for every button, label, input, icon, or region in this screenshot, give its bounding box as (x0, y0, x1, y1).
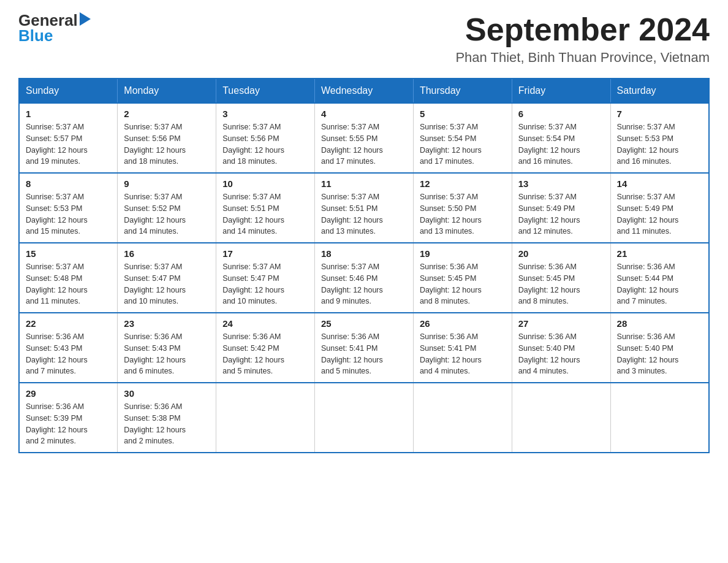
day-number: 30 (124, 388, 210, 399)
day-number: 29 (26, 388, 111, 399)
day-info: Sunrise: 5:36 AMSunset: 5:40 PMDaylight:… (518, 331, 604, 377)
day-info: Sunrise: 5:37 AMSunset: 5:57 PMDaylight:… (26, 121, 111, 167)
calendar-cell: 12Sunrise: 5:37 AMSunset: 5:50 PMDayligh… (413, 173, 512, 243)
calendar-cell (413, 383, 512, 453)
calendar-week-row: 8Sunrise: 5:37 AMSunset: 5:53 PMDaylight… (19, 173, 709, 243)
day-info: Sunrise: 5:36 AMSunset: 5:40 PMDaylight:… (617, 331, 702, 377)
day-number: 1 (26, 109, 111, 119)
calendar-cell: 2Sunrise: 5:37 AMSunset: 5:56 PMDaylight… (118, 103, 216, 173)
day-number: 12 (420, 178, 506, 189)
day-number: 14 (617, 178, 702, 189)
calendar-cell: 16Sunrise: 5:37 AMSunset: 5:47 PMDayligh… (118, 243, 216, 313)
calendar-cell: 5Sunrise: 5:37 AMSunset: 5:54 PMDaylight… (413, 103, 512, 173)
day-info: Sunrise: 5:37 AMSunset: 5:54 PMDaylight:… (518, 121, 604, 167)
day-info: Sunrise: 5:37 AMSunset: 5:54 PMDaylight:… (420, 121, 506, 167)
calendar-cell: 24Sunrise: 5:36 AMSunset: 5:42 PMDayligh… (216, 313, 315, 383)
calendar-cell: 28Sunrise: 5:36 AMSunset: 5:40 PMDayligh… (610, 313, 709, 383)
day-number: 21 (617, 248, 702, 259)
day-number: 7 (617, 109, 702, 119)
page-header: General Blue September 2024 Phan Thiet, … (18, 12, 710, 66)
day-number: 6 (518, 109, 604, 119)
calendar-cell: 17Sunrise: 5:37 AMSunset: 5:47 PMDayligh… (216, 243, 315, 313)
title-area: September 2024 Phan Thiet, Binh Thuan Pr… (455, 12, 710, 66)
day-number: 23 (124, 318, 210, 329)
day-info: Sunrise: 5:37 AMSunset: 5:51 PMDaylight:… (321, 191, 407, 237)
day-number: 4 (321, 109, 407, 119)
calendar-cell: 7Sunrise: 5:37 AMSunset: 5:53 PMDaylight… (610, 103, 709, 173)
month-title: September 2024 (455, 12, 710, 47)
calendar-cell: 19Sunrise: 5:36 AMSunset: 5:45 PMDayligh… (413, 243, 512, 313)
calendar-cell: 29Sunrise: 5:36 AMSunset: 5:39 PMDayligh… (19, 383, 118, 453)
header-thursday: Thursday (413, 79, 512, 103)
day-info: Sunrise: 5:36 AMSunset: 5:43 PMDaylight:… (26, 331, 111, 377)
calendar-week-row: 22Sunrise: 5:36 AMSunset: 5:43 PMDayligh… (19, 313, 709, 383)
day-info: Sunrise: 5:37 AMSunset: 5:46 PMDaylight:… (321, 261, 407, 307)
location-title: Phan Thiet, Binh Thuan Province, Vietnam (455, 50, 710, 66)
day-number: 27 (518, 318, 604, 329)
header-sunday: Sunday (19, 79, 118, 103)
calendar-cell: 15Sunrise: 5:37 AMSunset: 5:48 PMDayligh… (19, 243, 118, 313)
day-info: Sunrise: 5:36 AMSunset: 5:45 PMDaylight:… (518, 261, 604, 307)
day-number: 2 (124, 109, 210, 119)
calendar-cell: 23Sunrise: 5:36 AMSunset: 5:43 PMDayligh… (118, 313, 216, 383)
day-number: 28 (617, 318, 702, 329)
day-info: Sunrise: 5:37 AMSunset: 5:53 PMDaylight:… (617, 121, 702, 167)
day-number: 11 (321, 178, 407, 189)
logo-area: General Blue (18, 12, 91, 45)
calendar-cell: 20Sunrise: 5:36 AMSunset: 5:45 PMDayligh… (512, 243, 610, 313)
calendar-cell: 6Sunrise: 5:37 AMSunset: 5:54 PMDaylight… (512, 103, 610, 173)
calendar-week-row: 1Sunrise: 5:37 AMSunset: 5:57 PMDaylight… (19, 103, 709, 173)
day-number: 16 (124, 248, 210, 259)
day-info: Sunrise: 5:36 AMSunset: 5:41 PMDaylight:… (321, 331, 407, 377)
calendar-cell: 11Sunrise: 5:37 AMSunset: 5:51 PMDayligh… (315, 173, 414, 243)
calendar-cell (216, 383, 315, 453)
day-number: 3 (222, 109, 308, 119)
calendar-cell: 22Sunrise: 5:36 AMSunset: 5:43 PMDayligh… (19, 313, 118, 383)
day-number: 26 (420, 318, 506, 329)
header-monday: Monday (118, 79, 216, 103)
day-number: 22 (26, 318, 111, 329)
day-number: 19 (420, 248, 506, 259)
day-info: Sunrise: 5:36 AMSunset: 5:45 PMDaylight:… (420, 261, 506, 307)
day-info: Sunrise: 5:37 AMSunset: 5:53 PMDaylight:… (26, 191, 111, 237)
day-info: Sunrise: 5:37 AMSunset: 5:47 PMDaylight:… (222, 261, 308, 307)
calendar-cell: 4Sunrise: 5:37 AMSunset: 5:55 PMDaylight… (315, 103, 414, 173)
calendar-cell: 18Sunrise: 5:37 AMSunset: 5:46 PMDayligh… (315, 243, 414, 313)
day-info: Sunrise: 5:37 AMSunset: 5:49 PMDaylight:… (617, 191, 702, 237)
calendar-cell: 30Sunrise: 5:36 AMSunset: 5:38 PMDayligh… (118, 383, 216, 453)
day-number: 17 (222, 248, 308, 259)
day-number: 13 (518, 178, 604, 189)
day-info: Sunrise: 5:37 AMSunset: 5:56 PMDaylight:… (222, 121, 308, 167)
calendar-week-row: 15Sunrise: 5:37 AMSunset: 5:48 PMDayligh… (19, 243, 709, 313)
day-number: 25 (321, 318, 407, 329)
calendar-cell (610, 383, 709, 453)
svg-marker-0 (80, 12, 91, 26)
calendar-week-row: 29Sunrise: 5:36 AMSunset: 5:39 PMDayligh… (19, 383, 709, 453)
calendar-cell: 25Sunrise: 5:36 AMSunset: 5:41 PMDayligh… (315, 313, 414, 383)
day-number: 8 (26, 178, 111, 189)
day-info: Sunrise: 5:37 AMSunset: 5:56 PMDaylight:… (124, 121, 210, 167)
day-number: 5 (420, 109, 506, 119)
day-info: Sunrise: 5:36 AMSunset: 5:42 PMDaylight:… (222, 331, 308, 377)
day-info: Sunrise: 5:36 AMSunset: 5:43 PMDaylight:… (124, 331, 210, 377)
day-info: Sunrise: 5:36 AMSunset: 5:39 PMDaylight:… (26, 401, 111, 447)
calendar-cell: 13Sunrise: 5:37 AMSunset: 5:49 PMDayligh… (512, 173, 610, 243)
day-number: 10 (222, 178, 308, 189)
calendar-cell: 27Sunrise: 5:36 AMSunset: 5:40 PMDayligh… (512, 313, 610, 383)
calendar-cell: 9Sunrise: 5:37 AMSunset: 5:52 PMDaylight… (118, 173, 216, 243)
day-info: Sunrise: 5:36 AMSunset: 5:44 PMDaylight:… (617, 261, 702, 307)
header-wednesday: Wednesday (315, 79, 414, 103)
day-number: 9 (124, 178, 210, 189)
calendar-cell (512, 383, 610, 453)
day-info: Sunrise: 5:37 AMSunset: 5:51 PMDaylight:… (222, 191, 308, 237)
calendar-cell: 21Sunrise: 5:36 AMSunset: 5:44 PMDayligh… (610, 243, 709, 313)
day-number: 24 (222, 318, 308, 329)
calendar-cell: 10Sunrise: 5:37 AMSunset: 5:51 PMDayligh… (216, 173, 315, 243)
header-friday: Friday (512, 79, 610, 103)
header-saturday: Saturday (610, 79, 709, 103)
calendar-cell: 26Sunrise: 5:36 AMSunset: 5:41 PMDayligh… (413, 313, 512, 383)
calendar-cell: 8Sunrise: 5:37 AMSunset: 5:53 PMDaylight… (19, 173, 118, 243)
day-info: Sunrise: 5:37 AMSunset: 5:50 PMDaylight:… (420, 191, 506, 237)
calendar-cell (315, 383, 414, 453)
calendar-header-row: SundayMondayTuesdayWednesdayThursdayFrid… (19, 79, 709, 103)
